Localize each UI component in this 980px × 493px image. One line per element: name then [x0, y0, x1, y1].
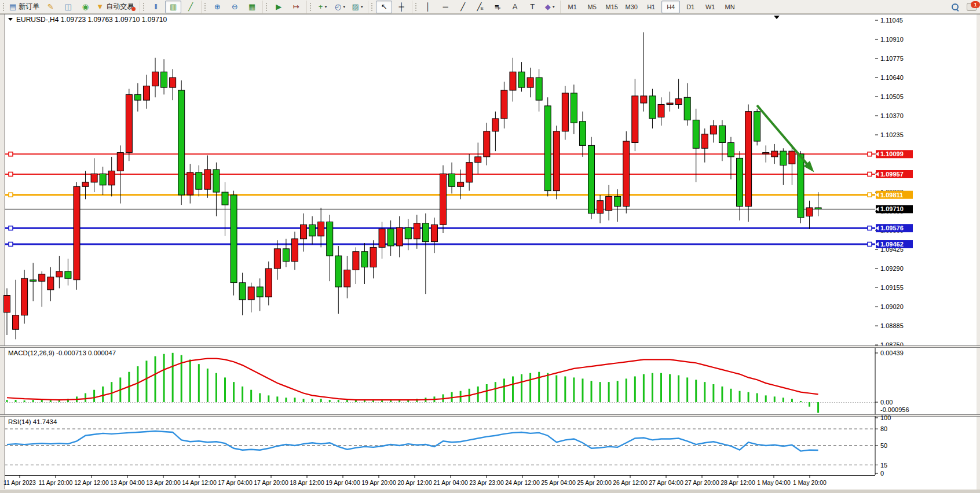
new-order-button[interactable]: ▤新订单 — [8, 1, 41, 13]
chart-shift-button[interactable]: ↦ — [288, 1, 304, 13]
time-axis-label: 20 Apr 12:00 — [397, 479, 432, 486]
periods-button[interactable]: ◴▾ — [332, 1, 348, 13]
support-line-2-left-handle[interactable] — [9, 242, 13, 246]
timeframe-w1[interactable]: W1 — [701, 1, 719, 13]
search-icon[interactable] — [952, 3, 959, 10]
resistance-line-2-left-handle[interactable] — [9, 172, 13, 176]
timeframe-m15[interactable]: M15 — [602, 1, 621, 13]
fibonacci-button[interactable]: ≡F — [489, 1, 506, 13]
candle-bearish — [309, 225, 316, 236]
tick-chart-button[interactable]: ✎ — [42, 1, 58, 13]
tick-chart-icon: ✎ — [47, 3, 54, 10]
macd-label: MACD(12,26,9) -0.000713 0.000047 — [8, 349, 116, 356]
resistance-line-2-right-handle[interactable] — [868, 172, 872, 176]
zoom-out-button[interactable]: ⊖ — [226, 1, 243, 13]
timeframe-h4[interactable]: H4 — [661, 1, 680, 13]
toolbar-group-2: ⊕⊖▦ — [201, 1, 262, 13]
time-axis-label: 1 May 04:00 — [757, 479, 791, 486]
timeframe-m5[interactable]: M5 — [583, 1, 601, 13]
market-watch-icon: ◫ — [64, 3, 71, 10]
time-axis-label: 13 Apr 20:00 — [146, 479, 181, 486]
crosshair-button[interactable]: ┼ — [393, 1, 409, 13]
price-chart[interactable]: 1.110451.109101.107751.106401.105051.103… — [0, 14, 980, 493]
auto-scroll-icon: ▶ — [276, 3, 281, 10]
cursor-button[interactable]: ↖ — [376, 1, 392, 13]
bar-chart-button[interactable]: ‖ — [148, 1, 164, 13]
resistance-line-1-right-handle[interactable] — [868, 152, 872, 156]
candle-bearish — [449, 174, 455, 186]
tile-windows-button[interactable]: ▦ — [244, 1, 260, 13]
candle-bearish — [65, 271, 71, 278]
pivot-line-right-handle[interactable] — [868, 193, 872, 197]
candle-bullish — [56, 271, 63, 277]
resistance-line-1-left-handle[interactable] — [9, 152, 13, 156]
candle-bullish — [152, 72, 159, 86]
vertical-line-icon: │ — [426, 3, 430, 10]
support-line-2-price-label: 1.09462 — [880, 241, 904, 248]
candle-bearish — [588, 145, 595, 213]
market-watch-button[interactable]: ◫ — [60, 1, 76, 13]
trendline-button[interactable]: ╱ — [455, 1, 471, 13]
chevron-down-icon[interactable]: ▾ — [553, 4, 555, 9]
candle-bullish — [344, 270, 350, 287]
templates-button[interactable]: ▨▾ — [349, 1, 365, 13]
price-tick-label: 1.10910 — [880, 36, 904, 43]
timeframe-m30[interactable]: M30 — [622, 1, 641, 13]
zoom-in-button[interactable]: ⊕ — [209, 1, 225, 13]
support-line-1-left-handle[interactable] — [9, 226, 13, 230]
candle-bearish — [719, 126, 725, 142]
chevron-down-icon[interactable]: ▾ — [324, 4, 327, 9]
candle-bullish — [475, 157, 481, 163]
autotrading-button[interactable]: ▼自动交易 — [94, 1, 137, 13]
autotrading-icon: ▼ — [96, 3, 104, 10]
time-axis-label: 18 Apr 12:00 — [290, 479, 324, 486]
candle-bullish — [510, 72, 516, 90]
candle-bearish — [257, 287, 263, 297]
support-line-2-right-handle[interactable] — [868, 242, 872, 246]
timeframe-m1[interactable]: M1 — [563, 1, 582, 13]
vertical-line-button[interactable]: │ — [420, 1, 436, 13]
line-chart-button[interactable]: ╱ — [182, 1, 199, 13]
support-line-1-right-handle[interactable] — [868, 226, 872, 230]
text-label-icon: T — [530, 3, 535, 10]
candle-bearish — [754, 112, 760, 141]
candle-bullish — [143, 86, 149, 100]
time-axis-label: 28 Apr 12:00 — [721, 479, 755, 486]
new-order-icon: ▤ — [9, 3, 16, 10]
chart-shift-icon: ↦ — [293, 3, 299, 10]
horizontal-line-button[interactable]: ─ — [437, 1, 454, 13]
candle-bullish — [265, 268, 272, 297]
news-button[interactable]: ◉ — [77, 1, 93, 13]
arrow-objects-button[interactable]: ◆▾ — [542, 1, 558, 13]
indicators-button[interactable]: +▾ — [315, 1, 331, 13]
candle-bullish — [641, 96, 647, 103]
chart-window[interactable]: 1.110451.109101.107751.106401.105051.103… — [0, 14, 980, 493]
chevron-down-icon[interactable]: ▾ — [361, 4, 363, 9]
time-axis-label: 17 Apr 20:00 — [254, 479, 288, 486]
time-axis-label: 12 Apr 12:00 — [74, 479, 109, 486]
channel-button[interactable]: ╱E — [472, 1, 488, 13]
zoom-out-icon: ⊖ — [232, 3, 238, 10]
candle-bearish — [178, 90, 185, 195]
candle-bullish — [47, 277, 54, 290]
auto-scroll-button[interactable]: ▶ — [270, 1, 287, 13]
timeframe-mn[interactable]: MN — [721, 1, 739, 13]
chevron-down-icon[interactable]: ▾ — [343, 4, 345, 9]
candle-bearish — [684, 97, 690, 120]
search-handle — [956, 9, 959, 12]
text-label-button[interactable]: T — [524, 1, 540, 13]
candle-bearish — [213, 170, 220, 192]
chat-icon[interactable]: 1 — [967, 3, 977, 11]
candle-bullish — [170, 78, 176, 87]
price-tick-label: 1.08885 — [880, 322, 904, 329]
candlestick-chart-button[interactable]: ▥ — [165, 1, 181, 13]
candle-bearish — [780, 151, 787, 165]
timeframe-h1[interactable]: H1 — [642, 1, 660, 13]
toolbar-group-1: ‖▥╱ — [140, 1, 201, 13]
timeframe-d1[interactable]: D1 — [681, 1, 700, 13]
candle-bullish — [353, 252, 359, 270]
candle-bullish — [291, 239, 298, 262]
pivot-line-left-handle[interactable] — [9, 193, 13, 197]
text-button[interactable]: A — [507, 1, 523, 13]
toolbar-group-5: ↖┼ — [368, 1, 412, 13]
